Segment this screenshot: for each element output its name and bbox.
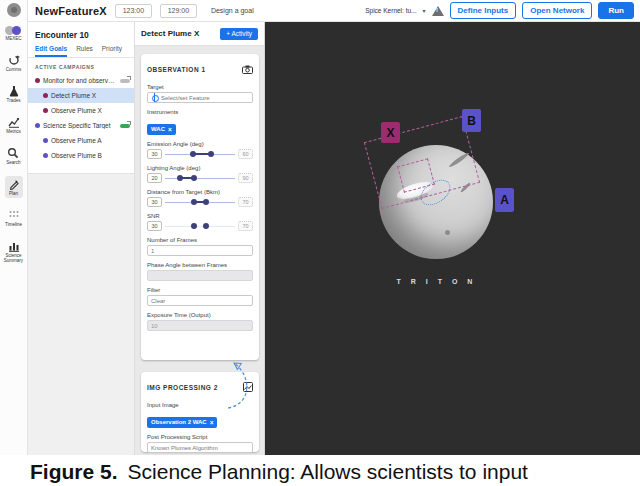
slider-max-input[interactable]: 60: [238, 149, 253, 159]
sidebar-item-mexec[interactable]: MEXEC: [2, 19, 24, 43]
crosshair-icon: [151, 94, 158, 101]
sidebar-item-trades[interactable]: Trades: [4, 83, 24, 105]
left-icon-rail: MEXEC Comms Trades Metrics Search Plan T…: [0, 0, 28, 455]
tab-edit-goals[interactable]: Edit Goals: [35, 45, 67, 57]
chip-close-icon[interactable]: ×: [210, 419, 214, 426]
slider-max-input[interactable]: 70: [238, 197, 253, 207]
screen: NewFeatureX 123:00 129:00 Design a goal …: [0, 0, 640, 486]
body-name-label: T R I T O N: [265, 278, 608, 285]
campaign-toggle-icon[interactable]: [120, 79, 130, 83]
editor-title: Detect Plume X: [141, 29, 199, 38]
sidebar-item-search[interactable]: Search: [3, 145, 23, 167]
slider-handle[interactable]: [191, 199, 197, 205]
figure-caption: Figure 5.Science Planning: Allows scient…: [0, 455, 640, 486]
marker-b-badge[interactable]: B: [462, 109, 481, 132]
range-slider[interactable]: [165, 197, 235, 207]
exposure-label: Exposure Time (Output): [147, 312, 253, 318]
campaign-row-observe-plume-b[interactable]: Observe Plume B: [28, 148, 134, 163]
spice-kernel-dropdown[interactable]: Spice Kernel: tu...: [365, 7, 416, 14]
post-processing-script-dropdown[interactable]: Known Plumes Algorithm: [147, 442, 253, 453]
slider-handle[interactable]: [191, 175, 197, 181]
campaign-row-observe-plume-a[interactable]: Observe Plume A: [28, 133, 134, 148]
slider-handle[interactable]: [203, 199, 209, 205]
range-slider[interactable]: [165, 221, 235, 231]
frames-input[interactable]: 1: [147, 245, 253, 256]
chevron-down-icon: ▾: [423, 7, 426, 14]
sidebar-item-label: Plan: [9, 191, 18, 196]
slider-label: SNR: [147, 213, 253, 219]
marker-x-badge[interactable]: X: [381, 122, 400, 143]
campaign-label: Science Specific Target: [43, 122, 118, 129]
phase-angle-input: [147, 270, 253, 281]
timeline-dots-icon: [8, 209, 20, 221]
slider-handle[interactable]: [208, 151, 214, 157]
campaign-bullet-icon: [43, 153, 48, 158]
slider-max-input[interactable]: 70: [238, 221, 253, 231]
open-network-button[interactable]: Open Network: [522, 2, 592, 19]
campaign-bullet-icon: [35, 78, 40, 83]
sidebar-item-label: Metrics: [6, 129, 21, 134]
sidebar-item-label: Trades: [7, 98, 21, 103]
filter-dropdown[interactable]: Clear: [147, 295, 253, 306]
activity-editor-panel: Detect Plume X + Activity OBSERVATION 1 …: [135, 22, 265, 455]
campaign-toggle-icon[interactable]: [120, 124, 130, 128]
img-processing-header: IMG PROCESSING 2: [147, 384, 218, 391]
campaign-bullet-icon: [43, 93, 48, 98]
slider-label: Emission Angle (deg): [147, 141, 253, 147]
simulation-viewport[interactable]: X B A T R I T O N: [265, 22, 640, 455]
sidebar-item-comms[interactable]: Comms: [3, 52, 25, 74]
sidebar-item-label: Timeline: [5, 222, 22, 227]
slider-min-input[interactable]: 20: [147, 173, 162, 183]
range-slider[interactable]: [165, 149, 235, 159]
slider-handle[interactable]: [177, 175, 183, 181]
instrument-chip-label: WAC: [151, 126, 165, 132]
caption-text: Science Planning: Allows scientists to i…: [128, 460, 528, 483]
slider-handle[interactable]: [190, 151, 196, 157]
start-time-input[interactable]: 123:00: [115, 4, 152, 18]
campaign-row-observe-plume-x[interactable]: Observe Plume X: [28, 103, 134, 118]
run-button[interactable]: Run: [598, 2, 634, 19]
sidebar-item-label: MEXEC: [5, 36, 21, 41]
post-processing-script-label: Post Processing Script: [147, 434, 253, 440]
tab-priority[interactable]: Priority: [102, 45, 122, 57]
add-activity-button[interactable]: + Activity: [220, 28, 258, 40]
campaign-bullet-icon: [35, 123, 40, 128]
slider-min-input[interactable]: 30: [147, 221, 162, 231]
app-title: NewFeatureX: [35, 5, 107, 17]
trend-chart-icon: [8, 116, 20, 128]
sidebar-item-plan[interactable]: Plan: [5, 176, 23, 198]
range-slider[interactable]: [165, 173, 235, 183]
campaign-row-science-specific-target[interactable]: Science Specific Target: [28, 118, 134, 133]
input-image-chip[interactable]: Observation 2 WAC ×: [147, 417, 217, 428]
chip-close-icon[interactable]: ×: [168, 126, 172, 133]
sidebar-item-metrics[interactable]: Metrics: [3, 114, 24, 136]
editor-header: Detect Plume X + Activity: [135, 22, 264, 46]
campaign-row-monitor[interactable]: Monitor for and observe change i: [28, 73, 134, 88]
app-logo: [7, 3, 21, 17]
end-time-input[interactable]: 129:00: [160, 4, 197, 18]
sidebar-item-science-summary[interactable]: Science Summary: [0, 238, 27, 265]
target-dropdown[interactable]: Select/set Feature: [147, 92, 253, 103]
slider-field-snr: SNR 30 70: [147, 213, 253, 231]
active-campaigns-header: ACTIVE CAMPAIGNS: [28, 58, 134, 73]
marker-a-badge[interactable]: A: [495, 188, 514, 212]
slider-max-input[interactable]: 90: [238, 173, 253, 183]
encounter-panel: Encounter 10 Edit Goals Rules Priority A…: [28, 22, 135, 455]
phase-angle-label: Phase Angle between Frames: [147, 262, 253, 268]
campaign-label: Observe Plume B: [51, 152, 130, 159]
slider-min-input[interactable]: 30: [147, 197, 162, 207]
slider-min-input[interactable]: 30: [147, 149, 162, 159]
define-inputs-button[interactable]: Define Inputs: [450, 2, 517, 19]
target-value: Select/set Feature: [161, 95, 210, 101]
campaign-row-detect-plume-x[interactable]: Detect Plume X: [28, 88, 134, 103]
tab-rules[interactable]: Rules: [76, 45, 93, 57]
comms-loop-icon: [8, 54, 20, 66]
slider-handle[interactable]: [191, 223, 197, 229]
sidebar-item-timeline[interactable]: Timeline: [2, 207, 25, 229]
instrument-chip[interactable]: WAC ×: [147, 124, 176, 135]
slider-handle[interactable]: [203, 223, 209, 229]
surface-crater: [445, 230, 450, 235]
mexec-toggle-icon: [5, 26, 21, 35]
observation-header: OBSERVATION 1: [147, 66, 206, 73]
top-bar: NewFeatureX 123:00 129:00 Design a goal …: [28, 0, 640, 22]
